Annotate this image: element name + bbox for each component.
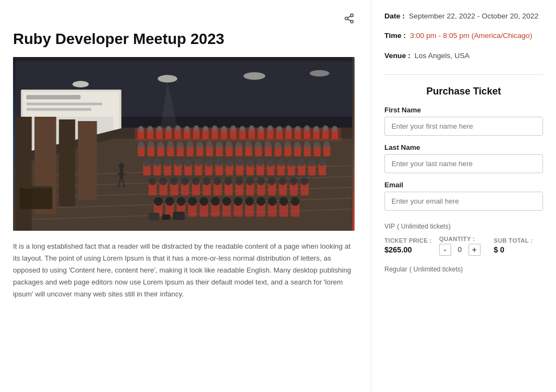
right-column: Date : September 22, 2022 - October 20, … [371, 0, 556, 392]
email-input[interactable] [384, 192, 543, 211]
vip-price-col: TICKET PRICE : $265.00 [384, 237, 434, 254]
last-name-label: Last Name [384, 143, 543, 151]
svg-rect-217 [21, 186, 52, 188]
svg-point-104 [167, 141, 174, 148]
date-label: Date : [384, 12, 405, 20]
first-name-input[interactable] [384, 117, 543, 136]
last-name-input[interactable] [384, 154, 543, 173]
svg-point-9 [158, 75, 178, 83]
svg-point-116 [285, 141, 291, 148]
svg-point-173 [160, 178, 167, 185]
svg-point-118 [304, 141, 311, 148]
svg-point-64 [185, 126, 190, 131]
last-name-group: Last Name [384, 143, 543, 173]
svg-point-72 [258, 126, 264, 131]
svg-rect-27 [120, 168, 123, 179]
svg-point-184 [279, 178, 287, 185]
svg-point-175 [181, 178, 189, 185]
svg-point-65 [194, 125, 199, 131]
share-row [13, 13, 355, 27]
svg-point-202 [177, 197, 186, 206]
svg-point-207 [234, 197, 243, 206]
svg-point-179 [225, 178, 232, 185]
svg-point-200 [154, 197, 163, 206]
divider [384, 74, 543, 75]
svg-point-71 [249, 125, 255, 131]
svg-point-206 [223, 197, 231, 206]
svg-point-108 [206, 141, 213, 148]
svg-point-155 [308, 159, 316, 167]
svg-point-111 [236, 142, 242, 148]
svg-point-11 [310, 70, 330, 77]
date-value: September 22, 2022 - October 20, 2022 [409, 12, 539, 20]
vip-quantity-label: QUANTITY : [439, 236, 489, 242]
svg-point-59 [138, 126, 144, 131]
email-label: Email [384, 181, 543, 189]
svg-rect-213 [149, 213, 160, 220]
svg-point-67 [212, 125, 218, 131]
vip-minus-button[interactable]: - [439, 244, 451, 256]
svg-rect-215 [173, 212, 185, 220]
svg-point-177 [203, 178, 211, 185]
svg-point-105 [177, 142, 184, 148]
meta-time: Time : 3:00 pm - 8:05 pm (America/Chicag… [384, 30, 543, 41]
svg-point-115 [275, 142, 281, 148]
svg-point-117 [294, 142, 301, 148]
svg-point-145 [205, 159, 213, 167]
svg-point-153 [288, 159, 295, 167]
svg-rect-35 [78, 121, 97, 200]
svg-point-182 [257, 178, 265, 185]
svg-line-4 [348, 16, 351, 17]
purchase-title: Purchase Ticket [384, 86, 543, 97]
svg-point-68 [222, 126, 227, 131]
meta-venue: Venue : Los Angels, USA [384, 50, 543, 61]
regular-ticket-section: Regular ( Unlimited tickets) [384, 264, 543, 273]
vip-subtotal-label: SUB TOTAL : [494, 237, 543, 244]
svg-point-101 [138, 142, 144, 148]
svg-point-156 [319, 159, 326, 166]
svg-rect-216 [20, 187, 53, 209]
svg-point-70 [240, 126, 245, 131]
svg-point-120 [324, 141, 330, 148]
vip-plus-button[interactable]: + [469, 244, 481, 256]
vip-subtotal-value: $ 0 [494, 245, 543, 254]
svg-point-210 [268, 197, 277, 206]
event-image [13, 57, 355, 231]
event-description: It is a long established fact that a rea… [13, 241, 355, 300]
svg-point-77 [305, 125, 310, 131]
svg-point-76 [295, 126, 301, 131]
svg-point-212 [291, 197, 300, 206]
svg-line-3 [348, 19, 351, 21]
svg-point-26 [119, 163, 124, 168]
svg-point-73 [268, 125, 273, 131]
svg-point-8 [73, 81, 89, 87]
svg-point-186 [301, 178, 308, 185]
svg-point-74 [277, 126, 282, 131]
svg-point-180 [236, 178, 243, 185]
share-icon[interactable] [344, 13, 355, 27]
svg-point-144 [195, 159, 203, 166]
svg-point-119 [314, 142, 320, 148]
svg-point-185 [290, 178, 298, 185]
svg-point-151 [267, 159, 275, 167]
email-group: Email [384, 181, 543, 211]
svg-point-61 [157, 126, 162, 131]
svg-point-113 [255, 142, 262, 148]
page-wrapper: Ruby Developer Meetup 2023 [0, 0, 556, 392]
svg-point-152 [277, 159, 285, 166]
vip-quantity-col: QUANTITY : - 0 + [439, 236, 489, 256]
svg-point-69 [231, 125, 236, 131]
svg-point-80 [332, 126, 338, 131]
svg-rect-34 [59, 119, 75, 206]
svg-rect-32 [16, 117, 32, 231]
svg-point-62 [166, 126, 172, 131]
time-value: 3:00 pm - 8:05 pm (America/Chicago) [410, 31, 532, 40]
svg-point-66 [203, 126, 208, 131]
svg-point-106 [187, 141, 193, 148]
svg-point-109 [216, 142, 223, 148]
svg-point-148 [236, 159, 244, 166]
regular-ticket-name: Regular ( Unlimited tickets) [384, 264, 543, 273]
svg-point-150 [257, 159, 264, 166]
svg-point-78 [314, 126, 319, 131]
svg-point-60 [148, 126, 153, 131]
